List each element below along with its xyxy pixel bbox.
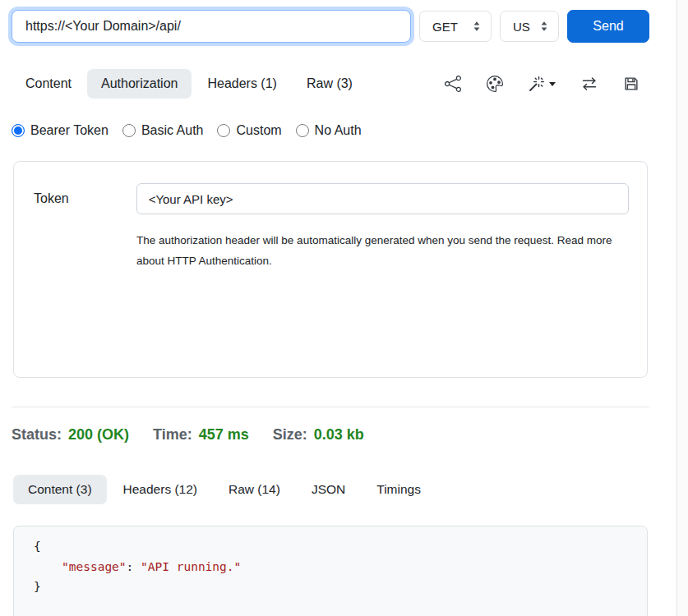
token-row: Token xyxy=(34,183,629,214)
send-button[interactable]: Send xyxy=(567,10,649,43)
tab-authorization[interactable]: Authorization xyxy=(87,69,192,99)
radio-basic-auth[interactable]: Basic Auth xyxy=(122,123,204,138)
code-line: { xyxy=(34,536,647,557)
code-line: } xyxy=(34,577,647,597)
method-select[interactable]: GET xyxy=(419,11,492,42)
region-select[interactable]: US xyxy=(500,11,559,42)
palette-icon[interactable] xyxy=(487,76,503,92)
url-input[interactable] xyxy=(12,10,411,43)
token-input[interactable] xyxy=(136,183,629,214)
token-label: Token xyxy=(34,191,136,206)
tab-response-json[interactable]: JSON xyxy=(297,475,360,504)
time-label: Time: xyxy=(153,426,192,444)
save-icon[interactable] xyxy=(623,76,640,92)
request-tabs: Content Authorization Headers (1) Raw (3… xyxy=(12,69,368,99)
tab-raw[interactable]: Raw (3) xyxy=(293,69,367,99)
tab-headers[interactable]: Headers (1) xyxy=(193,69,290,99)
radio-unselected-icon xyxy=(217,124,230,137)
json-separator: : xyxy=(127,560,141,573)
request-tabs-row: Content Authorization Headers (1) Raw (3… xyxy=(12,69,649,99)
auth-help-text: The authorization header will be automat… xyxy=(136,230,634,271)
auth-type-options: Bearer Token Basic Auth Custom No Auth xyxy=(12,123,649,138)
method-select-value: GET xyxy=(432,20,458,34)
radio-selected-icon xyxy=(12,124,25,137)
api-tester-app: GET US Send Content Authorization Header… xyxy=(12,10,649,616)
section-divider xyxy=(12,407,649,407)
swap-arrows-icon[interactable] xyxy=(581,76,598,92)
status-label: Status: xyxy=(12,426,62,444)
time-value: 457 ms xyxy=(199,426,249,444)
bearer-token-panel: Token The authorization header will be a… xyxy=(13,161,648,378)
radio-bearer-token[interactable]: Bearer Token xyxy=(12,123,109,138)
updown-caret-icon xyxy=(540,21,548,32)
magic-wand-icon[interactable] xyxy=(529,76,556,92)
tab-response-raw[interactable]: Raw (14) xyxy=(214,475,295,504)
code-line: "message": "API running." xyxy=(34,557,647,577)
json-value: "API running." xyxy=(141,560,241,573)
response-status-bar: Status: 200 (OK) Time: 457 ms Size: 0.03… xyxy=(12,426,649,444)
region-select-value: US xyxy=(513,20,530,34)
size-value: 0.03 kb xyxy=(314,426,364,444)
radio-custom[interactable]: Custom xyxy=(217,123,281,138)
tab-content[interactable]: Content xyxy=(12,69,85,99)
size-label: Size: xyxy=(273,426,307,444)
radio-unselected-icon xyxy=(296,124,309,137)
tab-response-content[interactable]: Content (3) xyxy=(13,475,107,504)
radio-label: Custom xyxy=(236,123,281,138)
radio-label: Basic Auth xyxy=(141,123,204,138)
tab-response-headers[interactable]: Headers (12) xyxy=(109,475,212,504)
response-tabs: Content (3) Headers (12) Raw (14) JSON T… xyxy=(13,475,649,504)
request-toolbar xyxy=(445,76,640,92)
brace-close: } xyxy=(34,580,41,593)
tab-response-timings[interactable]: Timings xyxy=(362,475,436,504)
scrollbar-track[interactable] xyxy=(676,0,688,616)
radio-unselected-icon xyxy=(122,124,136,137)
brace-open: { xyxy=(34,540,41,553)
json-key: "message" xyxy=(62,560,127,573)
radio-no-auth[interactable]: No Auth xyxy=(296,123,362,138)
share-icon[interactable] xyxy=(445,76,461,92)
request-bar: GET US Send xyxy=(12,10,649,43)
status-value: 200 (OK) xyxy=(68,426,129,444)
radio-label: Bearer Token xyxy=(30,123,109,138)
caret-down-icon xyxy=(549,82,556,86)
updown-caret-icon xyxy=(473,21,481,32)
radio-label: No Auth xyxy=(315,123,362,138)
response-body: { "message": "API running." } xyxy=(13,526,648,616)
